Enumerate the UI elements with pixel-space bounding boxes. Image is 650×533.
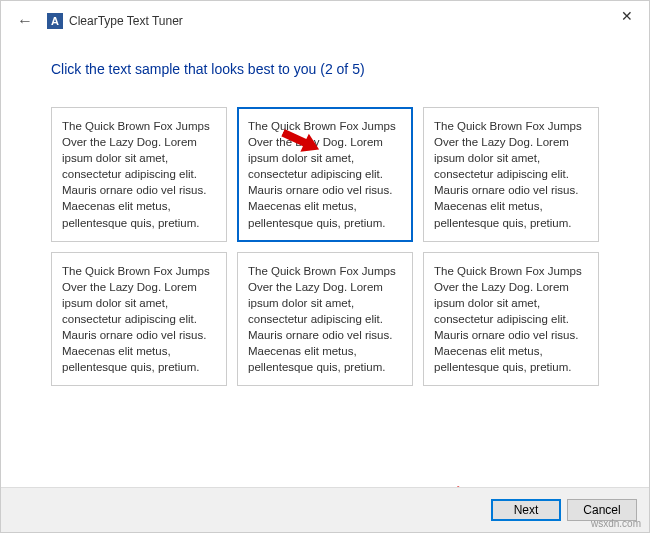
close-button[interactable]: ✕ (604, 1, 649, 31)
content-area: Click the text sample that looks best to… (1, 41, 649, 466)
next-button[interactable]: Next (491, 499, 561, 521)
text-sample-4[interactable]: The Quick Brown Fox Jumps Over the Lazy … (51, 252, 227, 387)
sample-grid: The Quick Brown Fox Jumps Over the Lazy … (51, 107, 599, 386)
watermark: wsxdn.com (591, 518, 641, 529)
titlebar: ← A ClearType Text Tuner ✕ (1, 1, 649, 41)
footer: Next Cancel (1, 487, 649, 532)
back-button[interactable]: ← (11, 8, 39, 34)
app-icon: A (47, 13, 63, 29)
window-title: ClearType Text Tuner (69, 14, 183, 28)
page-heading: Click the text sample that looks best to… (51, 61, 599, 77)
text-sample-6[interactable]: The Quick Brown Fox Jumps Over the Lazy … (423, 252, 599, 387)
text-sample-2[interactable]: The Quick Brown Fox Jumps Over the Lazy … (237, 107, 413, 242)
text-sample-5[interactable]: The Quick Brown Fox Jumps Over the Lazy … (237, 252, 413, 387)
text-sample-1[interactable]: The Quick Brown Fox Jumps Over the Lazy … (51, 107, 227, 242)
text-sample-3[interactable]: The Quick Brown Fox Jumps Over the Lazy … (423, 107, 599, 242)
